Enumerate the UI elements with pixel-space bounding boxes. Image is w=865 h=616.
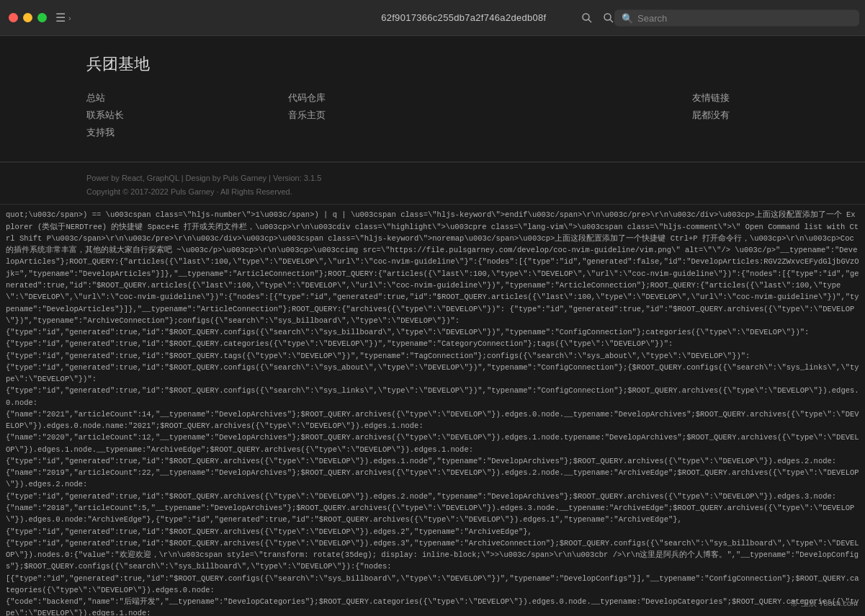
code-area[interactable]: quot;\u003c/span>) == \u003cspan class=\… xyxy=(0,205,865,616)
maximize-button[interactable] xyxy=(37,13,47,22)
nav-grid: 总站 联系站长 支持我 代码仓库 音乐主页 友情链接 屁都没有 xyxy=(86,89,865,153)
nav-item-music[interactable]: 音乐主页 xyxy=(288,107,461,124)
nav-item-friends[interactable]: 友情链接 xyxy=(692,89,865,107)
svg-line-1 xyxy=(588,19,591,22)
sidebar-toggle[interactable]: ☰ › xyxy=(55,11,71,24)
watermark-suffix: Yuucn.com xyxy=(819,599,858,607)
nav-col-2: 代码仓库 音乐主页 xyxy=(288,89,461,141)
main-content: 兵团基地 总站 联系站长 支持我 代码仓库 音乐主页 友情链接 屁都没有 P xyxy=(0,36,865,616)
svg-point-2 xyxy=(604,14,611,20)
nav-col-1: 总站 联系站长 支持我 xyxy=(86,89,259,141)
website-header: 兵团基地 总站 联系站长 支持我 代码仓库 音乐主页 友情链接 屁都没有 xyxy=(0,36,865,161)
title-bar: ☰ › 62f9017366c255db7a2f746a2dedb08f xyxy=(0,0,865,36)
search-bar[interactable]: 🔍 xyxy=(614,9,859,26)
nav-item-code[interactable]: 代码仓库 xyxy=(288,89,461,107)
watermark: 帝·王辰 Yuucn.com xyxy=(790,598,858,609)
minimize-button[interactable] xyxy=(23,13,32,22)
site-title: 兵团基地 xyxy=(86,53,865,75)
nav-item-contact[interactable]: 联系站长 xyxy=(86,107,259,124)
svg-point-0 xyxy=(583,14,589,20)
footer-text: Power by React, GraphQL | Design by Puls… xyxy=(0,162,865,204)
svg-line-3 xyxy=(610,19,613,22)
nav-col-3 xyxy=(490,89,663,141)
watermark-prefix: 帝·王辰 xyxy=(790,599,816,607)
nav-item-support[interactable]: 支持我 xyxy=(86,124,259,141)
nav-item-nothing[interactable]: 屁都没有 xyxy=(692,107,865,124)
footer-line-2: Copyright © 2017-2022 Puls Garney · All … xyxy=(86,185,865,199)
search2-icon[interactable] xyxy=(603,12,614,24)
footer-line-1: Power by React, GraphQL | Design by Puls… xyxy=(86,171,865,185)
close-button[interactable] xyxy=(9,13,18,22)
nav-item-home[interactable]: 总站 xyxy=(86,89,259,107)
search-input[interactable] xyxy=(637,12,852,23)
nav-col-4: 友情链接 屁都没有 xyxy=(692,89,865,141)
traffic-lights xyxy=(9,13,47,22)
find-icon[interactable] xyxy=(581,12,593,24)
sidebar-icon: ☰ xyxy=(55,11,66,24)
search-bar-icon: 🔍 xyxy=(622,12,633,23)
